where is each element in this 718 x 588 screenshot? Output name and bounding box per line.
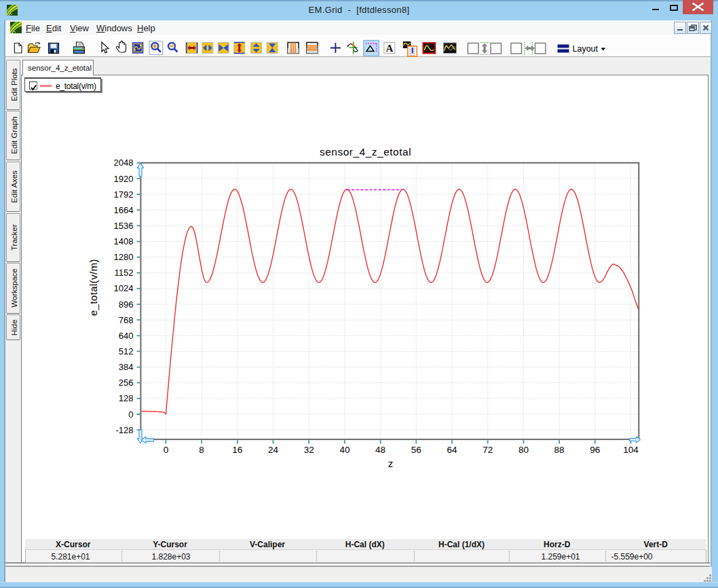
svg-text:64: 64 xyxy=(447,445,457,455)
svg-text:1152: 1152 xyxy=(115,268,134,278)
svg-text:1792: 1792 xyxy=(114,189,134,200)
svg-text:1024: 1024 xyxy=(114,283,134,293)
svg-text:1280: 1280 xyxy=(114,252,134,262)
svg-text:96: 96 xyxy=(590,445,600,455)
svg-text:80: 80 xyxy=(518,445,529,455)
svg-text:1664: 1664 xyxy=(114,205,134,215)
svg-text:1408: 1408 xyxy=(114,236,134,246)
svg-text:384: 384 xyxy=(119,362,134,372)
svg-text:768: 768 xyxy=(119,315,134,325)
svg-text:40: 40 xyxy=(339,445,349,455)
svg-text:8: 8 xyxy=(199,445,204,455)
svg-text:e_total(v/m): e_total(v/m) xyxy=(88,259,99,316)
svg-text:88: 88 xyxy=(554,445,565,455)
svg-text:z: z xyxy=(388,458,394,469)
svg-text:sensor_4_z_etotal: sensor_4_z_etotal xyxy=(320,146,411,158)
svg-text:24: 24 xyxy=(268,445,279,455)
svg-text:896: 896 xyxy=(119,299,134,310)
svg-text:72: 72 xyxy=(483,445,493,455)
svg-text:32: 32 xyxy=(304,445,314,455)
svg-text:16: 16 xyxy=(232,445,242,455)
svg-text:56: 56 xyxy=(411,445,421,455)
svg-text:2048: 2048 xyxy=(114,158,134,168)
svg-text:0: 0 xyxy=(164,445,169,455)
svg-text:256: 256 xyxy=(119,378,134,388)
svg-text:104: 104 xyxy=(623,445,639,455)
svg-text:1536: 1536 xyxy=(114,221,134,231)
svg-text:48: 48 xyxy=(375,445,385,455)
svg-text:0: 0 xyxy=(128,409,133,420)
svg-text:-128: -128 xyxy=(115,425,133,435)
svg-text:512: 512 xyxy=(119,346,134,356)
svg-text:1920: 1920 xyxy=(114,174,134,184)
svg-text:128: 128 xyxy=(119,393,134,403)
svg-text:640: 640 xyxy=(119,331,134,341)
